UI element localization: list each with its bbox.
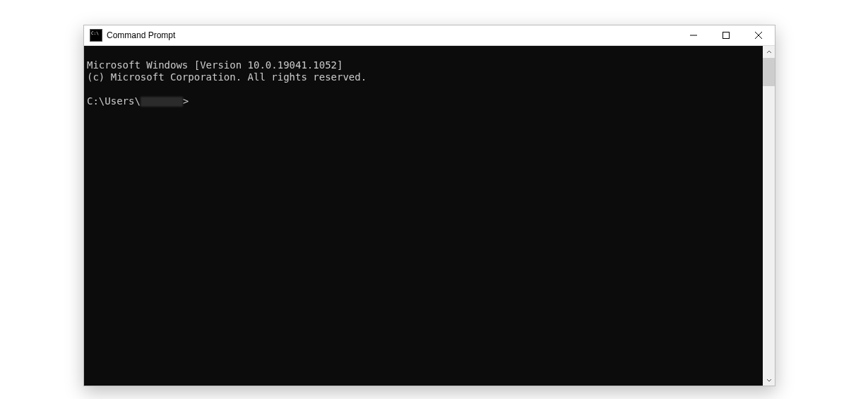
prompt-prefix: C:\Users\ xyxy=(87,95,141,107)
window-title: Command Prompt xyxy=(107,30,175,40)
close-button[interactable] xyxy=(742,25,775,45)
chevron-down-icon xyxy=(766,377,772,383)
scroll-down-button[interactable] xyxy=(763,374,775,386)
vertical-scrollbar[interactable] xyxy=(763,46,775,386)
window-controls xyxy=(677,25,775,45)
close-icon xyxy=(755,32,762,39)
maximize-icon xyxy=(723,32,730,39)
redacted-username xyxy=(141,97,183,107)
minimize-icon xyxy=(690,32,697,39)
console-prompt-line: C:\Users\> xyxy=(87,95,760,107)
prompt-suffix: > xyxy=(183,95,189,107)
scrollbar-track[interactable] xyxy=(763,58,775,374)
titlebar[interactable]: Command Prompt xyxy=(84,25,775,46)
console-output[interactable]: Microsoft Windows [Version 10.0.19041.10… xyxy=(84,46,763,386)
svg-rect-1 xyxy=(723,32,730,39)
console-copyright-line: (c) Microsoft Corporation. All rights re… xyxy=(87,71,367,83)
command-prompt-window: Command Prompt Microsoft Windows [ xyxy=(83,25,775,386)
minimize-button[interactable] xyxy=(677,25,710,45)
chevron-up-icon xyxy=(766,49,772,55)
client-area: Microsoft Windows [Version 10.0.19041.10… xyxy=(84,46,775,386)
scroll-up-button[interactable] xyxy=(763,46,775,58)
app-icon xyxy=(90,29,102,42)
console-version-line: Microsoft Windows [Version 10.0.19041.10… xyxy=(87,59,343,71)
maximize-button[interactable] xyxy=(710,25,742,45)
scrollbar-thumb[interactable] xyxy=(763,58,775,86)
